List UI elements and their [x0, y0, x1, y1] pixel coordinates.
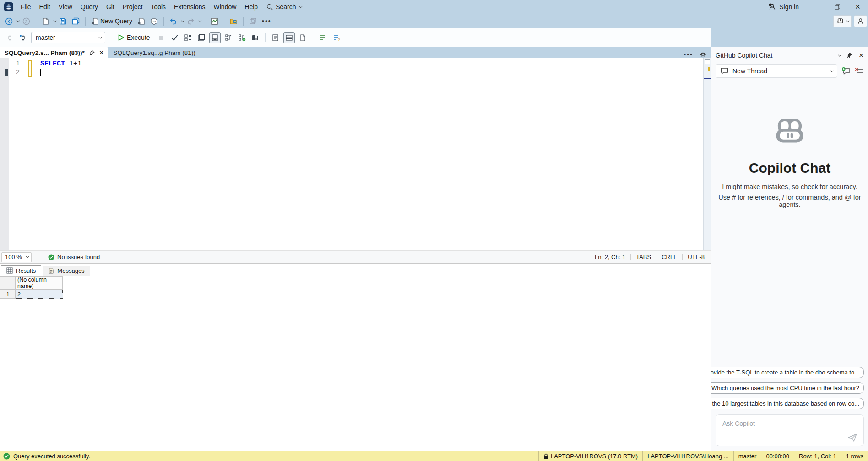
disconnect-button[interactable] [5, 33, 15, 43]
save-all-button[interactable] [71, 16, 81, 27]
thread-selector[interactable]: New Thread [716, 64, 837, 78]
tab-overflow-button[interactable]: ••• [684, 51, 693, 58]
execute-button[interactable]: Execute [115, 33, 153, 43]
grid-column-header[interactable]: (No column name) [16, 277, 63, 290]
change-connection-button[interactable] [18, 33, 28, 43]
cursor-position[interactable]: Ln: 2, Ch: 1 [590, 254, 631, 260]
suggestion-largest-tables[interactable]: List the 10 largest tables in this datab… [697, 398, 864, 409]
panel-close-icon[interactable]: ✕ [858, 52, 864, 59]
encoding[interactable]: UTF-8 [683, 254, 705, 260]
menu-tools[interactable]: Tools [146, 0, 170, 14]
tab-results[interactable]: Results [1, 265, 41, 276]
minimize-button[interactable]: – [806, 0, 827, 14]
results-to-file-button[interactable] [298, 33, 308, 43]
clear-chat-icon[interactable] [855, 67, 864, 75]
close-tab-icon[interactable]: ✕ [99, 49, 104, 56]
new-dax-query-button[interactable] [136, 16, 146, 27]
panel-options-chevron-icon[interactable] [838, 53, 841, 56]
query-options-button[interactable] [196, 33, 206, 43]
tab-sqlquery2[interactable]: SQLQuery2.s... Pham (83))* ✕ [0, 47, 108, 58]
results-to-grid-button[interactable] [283, 32, 295, 43]
grid-row-header[interactable]: 1 [0, 290, 16, 299]
suggestion-create-table[interactable]: Provide the T-SQL to create a table in t… [700, 367, 864, 378]
thread-chevron-icon [830, 69, 833, 72]
menu-query[interactable]: Query [76, 0, 102, 14]
database-selector-chevron-icon [98, 35, 102, 38]
close-window-button[interactable]: ✕ [847, 0, 868, 14]
grid-cell-selected[interactable]: 2 [16, 290, 63, 299]
cancel-query-button[interactable] [156, 33, 167, 43]
user-segment[interactable]: LAPTOP-VIH1ROVS\Hoang ... [642, 451, 733, 461]
menu-extensions[interactable]: Extensions [170, 0, 209, 14]
undo-chevron-icon[interactable] [181, 19, 184, 22]
search-button[interactable]: Search [262, 0, 305, 14]
menu-window[interactable]: Window [210, 0, 241, 14]
tab-sqlquery1[interactable]: SQLQuery1.sq...g Pham (81)) [108, 47, 201, 58]
undo-button[interactable] [168, 16, 179, 27]
navigate-back-button[interactable] [4, 16, 14, 27]
results-pane-toggle-button[interactable] [209, 32, 221, 43]
tab-messages[interactable]: Messages [43, 266, 90, 276]
new-chat-icon[interactable] [841, 67, 851, 76]
send-icon[interactable] [847, 433, 857, 442]
code-content[interactable]: SELECT 1+1 [27, 58, 711, 250]
issues-indicator[interactable]: No issues found [48, 254, 100, 260]
activity-monitor-button[interactable] [209, 16, 220, 27]
copilot-menu-button[interactable] [833, 15, 852, 27]
live-query-stats-button[interactable] [250, 33, 260, 43]
copilot-logo [772, 116, 807, 149]
settings-gear-icon[interactable] [700, 51, 706, 58]
new-query-button[interactable]: New Query [90, 16, 134, 27]
line-ending[interactable]: CRLF [656, 254, 683, 260]
menu-file[interactable]: File [16, 0, 35, 14]
comment-selection-button[interactable] [318, 33, 328, 43]
copilot-input[interactable] [722, 419, 858, 434]
editor-scrollbar[interactable] [703, 58, 711, 250]
results-pane: Results Messages (No column name) 1 2 [0, 263, 711, 451]
open-file-search-button[interactable] [228, 16, 239, 27]
results-to-text-button[interactable] [270, 33, 281, 43]
breakpoint-margin[interactable] [0, 58, 9, 250]
toolbar-overflow-button[interactable]: ••• [260, 16, 273, 26]
parse-button[interactable] [169, 33, 180, 43]
navigate-forward-button[interactable] [21, 16, 32, 27]
pin-tab-icon[interactable] [89, 50, 95, 56]
include-estimated-plan-button[interactable] [223, 33, 234, 43]
server-segment[interactable]: LAPTOP-VIH1ROVS (17.0 RTM) [538, 451, 642, 461]
restore-button[interactable] [827, 0, 847, 14]
lock-icon [543, 453, 548, 459]
redo-button[interactable] [185, 16, 196, 27]
grid-corner-cell[interactable] [0, 277, 16, 290]
zoom-selector[interactable]: 100 % [1, 252, 32, 262]
line-number-gutter: 1 2 [9, 58, 27, 250]
sign-in-button[interactable]: Sign in [769, 3, 799, 11]
save-button[interactable] [58, 16, 68, 27]
menu-project[interactable]: Project [119, 0, 147, 14]
database-selector[interactable]: master [31, 32, 105, 43]
tabs-mode[interactable]: TABS [631, 254, 656, 260]
top-right-buttons [833, 15, 867, 27]
dax-query-view-button[interactable]: DAX [149, 16, 159, 27]
uncomment-selection-button[interactable]: ? [331, 33, 342, 43]
scrollbar-caret-mark [704, 78, 711, 79]
folder-search-icon [230, 17, 238, 25]
suggestion-cpu-queries[interactable]: Which queries used the most CPU time in … [707, 382, 864, 394]
sql-editor[interactable]: 1 2 SELECT 1+1 [0, 58, 711, 250]
new-file-chevron-icon[interactable] [53, 19, 56, 22]
panel-pin-icon[interactable] [846, 52, 852, 59]
new-file-button[interactable] [40, 16, 51, 27]
feedback-button[interactable] [854, 15, 867, 27]
menu-edit[interactable]: Edit [35, 0, 54, 14]
menu-help[interactable]: Help [240, 0, 262, 14]
splitter-grip[interactable] [705, 59, 710, 64]
specify-values-button[interactable] [183, 33, 193, 43]
navigate-back-chevron-icon[interactable] [16, 19, 20, 22]
menu-git[interactable]: Git [102, 0, 119, 14]
database-segment[interactable]: master [733, 451, 761, 461]
include-actual-plan-button[interactable] [237, 33, 247, 43]
redo-chevron-icon[interactable] [198, 19, 201, 22]
menu-view[interactable]: View [54, 0, 76, 14]
table-designer-button[interactable] [248, 16, 258, 27]
thread-row: New Thread [716, 64, 864, 78]
code-line-1: SELECT 1+1 [27, 60, 711, 68]
